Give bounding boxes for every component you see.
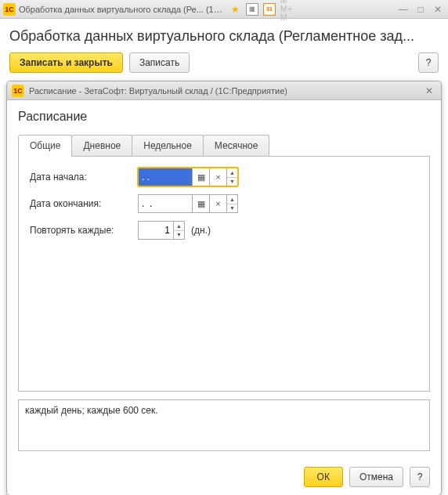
dialog-help-button[interactable]: ? (410, 467, 430, 487)
start-date-clear-icon[interactable]: × (210, 168, 227, 186)
tab-strip: Общие Дневное Недельное Месячное (18, 135, 430, 157)
end-date-calendar-icon[interactable]: ▦ (193, 194, 210, 213)
titlebar-icons: ★ ▦ 31 М М+ М- (229, 3, 293, 16)
dialog-footer: ОК Отмена ? (7, 459, 441, 495)
save-and-close-button[interactable]: Записать и закрыть (9, 52, 123, 73)
calculator-icon[interactable]: ▦ (246, 3, 258, 16)
dialog-heading: Расписание (18, 110, 430, 124)
end-date-spin-down[interactable]: ▼ (227, 204, 237, 213)
dialog-app-icon: 1C (12, 85, 24, 97)
repeat-spin-up[interactable]: ▲ (174, 222, 184, 231)
tab-weekly[interactable]: Недельное (132, 135, 204, 156)
cancel-button[interactable]: Отмена (349, 467, 403, 487)
schedule-summary: каждый день; каждые 600 сек. (18, 399, 430, 451)
repeat-input[interactable] (138, 221, 174, 240)
app-icon: 1C (3, 3, 16, 16)
start-date-spinner: ▲ ▼ (227, 168, 238, 186)
save-button[interactable]: Записать (129, 52, 190, 73)
minimize-button[interactable]: — (396, 3, 410, 16)
maximize-button[interactable]: □ (414, 3, 428, 16)
row-end-date: Дата окончания: ▦ × ▲ ▼ (30, 194, 418, 213)
start-date-group: ▦ × ▲ ▼ (138, 168, 238, 186)
dialog-title: Расписание - ЗетаСофт: Виртуальный склад… (29, 86, 417, 96)
end-date-group: ▦ × ▲ ▼ (138, 194, 238, 213)
label-end-date: Дата окончания: (30, 198, 132, 209)
label-start-date: Дата начала: (30, 172, 132, 182)
help-button[interactable]: ? (418, 52, 439, 73)
end-date-spinner: ▲ ▼ (227, 194, 238, 213)
main-title: Обработка данных виртуального склада (Ре… (19, 5, 222, 14)
close-button[interactable]: ✕ (431, 3, 445, 16)
label-repeat: Повторять каждые: (30, 225, 132, 236)
row-start-date: Дата начала: ▦ × ▲ ▼ (30, 168, 418, 186)
tab-common[interactable]: Общие (18, 135, 72, 156)
tab-daily[interactable]: Дневное (71, 135, 132, 156)
dialog-close-button[interactable]: ✕ (422, 84, 436, 98)
repeat-unit: (дн.) (191, 225, 211, 236)
tab-monthly[interactable]: Месячное (203, 135, 270, 156)
main-titlebar: 1C Обработка данных виртуального склада … (0, 0, 448, 19)
calendar-icon[interactable]: 31 (263, 3, 276, 16)
start-date-spin-up[interactable]: ▲ (227, 168, 237, 178)
row-repeat: Повторять каждые: ▲ ▼ (дн.) (30, 221, 418, 240)
page-title: Обработка данных виртуального склада (Ре… (0, 19, 448, 52)
start-date-calendar-icon[interactable]: ▦ (193, 168, 210, 186)
schedule-dialog: 1C Расписание - ЗетаСофт: Виртуальный ск… (6, 81, 442, 495)
tab-pane-common: Дата начала: ▦ × ▲ ▼ Дата окончания: ▦ × (18, 157, 430, 392)
start-date-spin-down[interactable]: ▼ (227, 178, 237, 186)
end-date-spin-up[interactable]: ▲ (227, 195, 237, 204)
favorite-icon[interactable]: ★ (229, 3, 241, 16)
end-date-clear-icon[interactable]: × (210, 194, 227, 213)
start-date-input[interactable] (138, 168, 193, 186)
memory-indicator: М М+ М- (280, 3, 293, 16)
repeat-spinner: ▲ ▼ (174, 221, 185, 240)
ok-button[interactable]: ОК (304, 467, 343, 487)
dialog-titlebar: 1C Расписание - ЗетаСофт: Виртуальный ск… (7, 81, 441, 100)
end-date-input[interactable] (138, 194, 193, 213)
repeat-spin-down[interactable]: ▼ (174, 231, 184, 240)
main-toolbar: Записать и закрыть Записать ? (0, 52, 448, 81)
